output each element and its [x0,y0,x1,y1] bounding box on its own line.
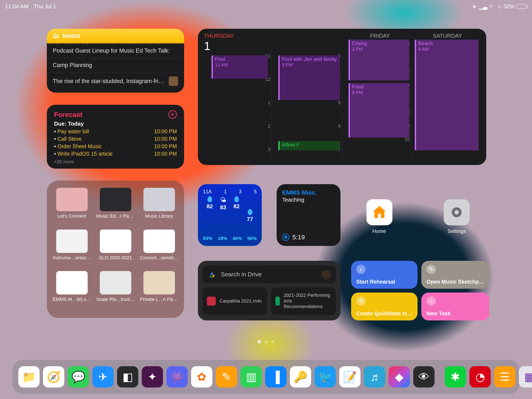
svg-point-1 [455,210,459,214]
things-widget[interactable]: EMMS Misc. Teaching 5:19 [277,184,341,246]
things-project: Teaching [282,197,335,203]
page-dot[interactable] [258,340,261,343]
forecast-add-button[interactable]: + [168,110,177,119]
location-icon: ➤ [472,3,477,10]
file-item[interactable]: EMMS M…W) copy [51,271,93,311]
sheets-file-icon [275,296,280,306]
battery-icon [517,4,527,9]
weather-widget[interactable]: 11A135 82🌤838277 93%18%46%56% [198,184,262,246]
drive-file-item[interactable]: 2021-2022 Performing Arts Recommendation… [271,287,336,315]
page-dot[interactable] [271,340,274,343]
dock-app-notes-alt[interactable]: 📝 [339,366,361,387]
home-app-icon[interactable] [367,199,393,225]
shortcut-tile[interactable]: ✎Create QuickNote In… [351,293,418,321]
settings-app-icon[interactable] [444,199,470,225]
calendar-widget[interactable]: THURSDAY FRIDAY SATURDAY 1 11 12 1 2 3 P… [198,29,486,165]
drive-search-bar[interactable]: Search in Drive [203,265,336,283]
file-item[interactable]: Concert…semble-1 [138,230,180,269]
weather-hours-row: 11A135 [203,189,257,195]
dock-app-safari[interactable]: 🧭 [43,366,64,387]
shortcut-tile[interactable]: ♪Start Rehearsal [351,261,418,289]
dock-app-eye[interactable]: 👁 [413,366,435,387]
dock-app-spark[interactable]: ✈︎ [92,366,114,387]
dock-app-app-r[interactable]: ◔ [469,366,491,387]
calendar-event-pool-jen[interactable]: Pool with Jen and family3 PM [278,55,340,100]
file-item[interactable]: Scale Pla…tructions [95,271,136,311]
dock-app-slack[interactable]: ✦ [142,366,163,387]
files-stack-widget[interactable]: Let's ConnectMusic Ed…r PatreonMusic Lib… [47,180,184,318]
dock-app-messages[interactable]: 💬 [68,366,89,387]
calendar-event-pool[interactable]: Pool11 AM [211,55,268,79]
dock-app-app-g[interactable]: ✱ [445,366,466,387]
drive-search-placeholder: Search in Drive [221,271,317,278]
weather-temp: 77 [247,216,253,223]
notes-title: Notes [63,32,80,39]
page-indicator[interactable] [258,340,274,343]
calendar-event-beach[interactable]: Beach9 AM [415,40,479,150]
dock-app-keynote[interactable]: ▐ [265,366,286,387]
status-time: 11:04 AM [5,3,29,10]
file-item[interactable]: Private L…n Flyer 2 [138,271,180,311]
calendar-event-freel[interactable]: Freel6 PM [348,83,409,138]
calendar-event-cheng[interactable]: Cheng3 PM [348,40,409,80]
shortcut-label: Create QuickNote In… [356,310,412,317]
home-app-label: Home [362,228,396,234]
file-item[interactable]: SLO 2020-2021 [95,230,136,269]
stop-icon[interactable] [282,234,289,241]
dock-app-discord[interactable]: 👾 [166,366,188,387]
file-item[interactable]: Instrume…entory 3 [51,230,93,269]
file-item[interactable]: Music Library [138,188,180,227]
calendar-column-thursday-am: 11 12 1 2 3 Pool11 AM [202,53,272,163]
dock-app-app-w[interactable]: ▦ [519,366,532,387]
dock-app-files[interactable]: 📁 [18,366,40,387]
file-thumbnail [100,188,131,211]
wifi-icon: ᯤ [489,3,495,10]
forecast-item[interactable]: • Pay water bill10:00 PM [54,128,177,135]
shortcut-tile[interactable]: ✎Open Music Sketchp… [421,261,489,289]
forecast-more[interactable]: +20 more [54,159,177,165]
forecast-item[interactable]: • Call Steve10:00 PM [54,136,177,142]
dock-app-shortcuts[interactable]: ◆ [389,366,410,387]
page-dot[interactable] [265,340,267,343]
calendar-column-friday: 3 4 5 6 7 8 9 10 Cheng3 PM Freel6 PM [342,53,411,163]
status-bar: 11:04 AM Thu Jul 1 ➤ ▁▃ ᯤ ♫ 32% [0,2,532,11]
dock-app-photos[interactable]: ✿ [191,366,212,387]
file-label: Scale Pla…tructions [96,296,135,302]
gear-icon [448,204,465,221]
file-thumbnail [143,230,175,253]
dock-app-pages[interactable]: ✎ [216,366,237,387]
avatar[interactable] [322,270,331,279]
drive-file-item[interactable]: Carpathia 2021.m4v [203,287,267,315]
dock-app-music-o[interactable]: ♬ [364,366,385,387]
calendar-column-saturday: Beach9 AM [411,53,482,163]
file-thumbnail [100,230,131,253]
note-item[interactable]: The rise of the star-studded, Instagram-… [47,73,184,90]
forecast-item[interactable]: • Write iPadOS 15 article10:00 PM [54,151,177,157]
calendar-column-thursday-pm: 3 4 5 6 7 Pool with Jen and family3 PM A… [272,53,342,163]
shortcuts-widget[interactable]: ♪Start Rehearsal✎Open Music Sketchp…✎Cre… [351,261,487,321]
dock-app-1password[interactable]: 🔑 [290,366,311,387]
note-item[interactable]: Camp Planning [47,58,184,73]
settings-app-label: Settings [440,228,474,234]
notes-widget[interactable]: 🗂 Notes Podcast Guest Lineup for Music E… [47,29,184,93]
file-item[interactable]: Let's Connect [51,188,93,227]
dock-app-numbers[interactable]: ▥ [241,366,262,387]
dock-app-app-o[interactable]: ☰ [494,366,515,387]
shortcut-tile[interactable]: +New Task [421,293,489,321]
forecast-item[interactable]: • Order Sheet Music10:00 PM [54,143,177,149]
file-label: Let's Connect [58,213,86,219]
file-label: EMMS M…W) copy [53,296,91,302]
shortcut-glyph-icon: + [426,296,436,306]
file-thumbnail [100,271,131,295]
note-item[interactable]: Podcast Guest Lineup for Music Ed Tech T… [47,44,184,58]
dock-app-twitter[interactable]: 🐦 [315,366,336,387]
calendar-event-alfred[interactable]: Alfred F [278,141,340,150]
drive-widget[interactable]: Search in Drive Carpathia 2021.m4v 2021-… [198,261,341,321]
forecast-widget[interactable]: Forecast + Due: Today • Pay water bill10… [47,105,184,169]
shortcut-glyph-icon: ✎ [426,265,436,274]
file-thumbnail [143,271,175,295]
dock-app-shortcuts-alt[interactable]: ◧ [117,366,138,387]
file-item[interactable]: Music Ed…r Patreon [95,188,136,227]
battery-percent: 32% [503,3,514,10]
file-thumbnail [56,188,88,211]
